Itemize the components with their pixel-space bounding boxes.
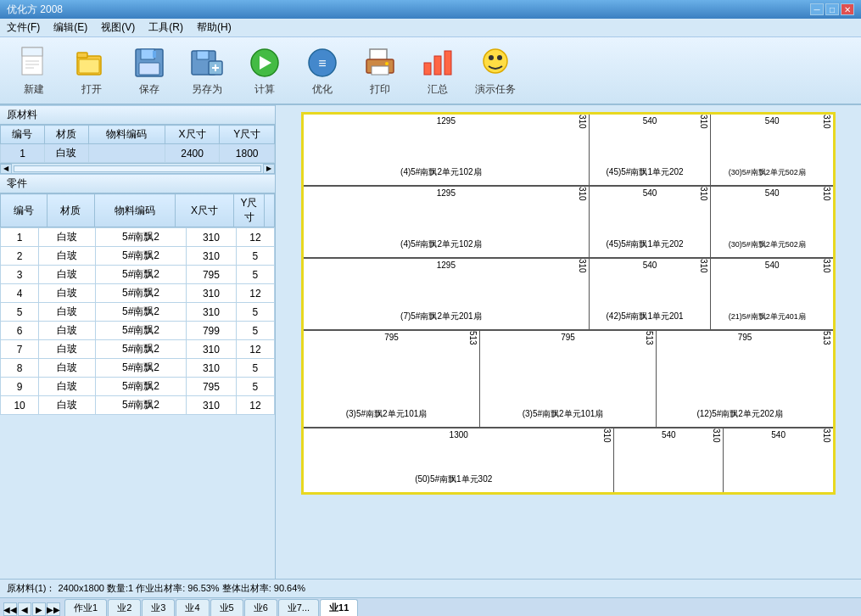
right-panel: 1295 (4)5#南飘2单元102扇 310 540 (45)5#南飘1单元2… — [276, 105, 861, 579]
scroll-left-btn[interactable]: ◀ — [0, 164, 12, 174]
scroll-right-btn[interactable]: ▶ — [263, 164, 275, 174]
print-button[interactable]: 打印 — [353, 41, 407, 100]
svg-rect-10 — [139, 63, 159, 75]
summary-label: 汇总 — [428, 82, 448, 97]
maximize-button[interactable]: □ — [825, 3, 839, 15]
materials-table: 编号 材质 物料编码 X尺寸 Y尺寸 1 白玻 2400 1800 — [0, 125, 275, 163]
mat-col-x: X尺寸 — [165, 126, 220, 144]
part-col-y: Y尺寸 — [234, 194, 265, 227]
cut-cell: 540 (30)5#南飘2单元502扇 310 — [711, 115, 833, 185]
svg-rect-1 — [22, 48, 42, 56]
cut-cell: 540 310 — [614, 428, 724, 492]
save-label: 保存 — [139, 82, 159, 97]
svg-rect-13 — [197, 51, 209, 59]
minimize-button[interactable]: ─ — [810, 3, 824, 15]
table-row[interactable]: 1 白玻 5#南飘2 310 12 — [1, 228, 275, 247]
cut-row: 1300 (50)5#南飘1单元302 310 540 310 540 310 — [304, 428, 833, 492]
table-row[interactable]: 8 白玻 5#南飘2 310 5 — [1, 359, 275, 378]
demo-label: 演示任务 — [475, 82, 516, 97]
menu-tools[interactable]: 工具(R) — [145, 19, 187, 36]
svg-rect-23 — [372, 66, 389, 75]
cut-cell: 540 (42)5#南飘1单元201 310 — [590, 259, 712, 329]
part-col-x: X尺寸 — [176, 194, 234, 227]
menu-bar: 文件(F) 编辑(E) 视图(V) 工具(R) 帮助(H) — [0, 19, 861, 37]
cut-cell: 795 (12)5#南飘2单元202扇 513 — [657, 331, 833, 427]
tab-job1[interactable]: 作业1 — [64, 599, 107, 616]
materials-header: 原材料 — [0, 105, 275, 125]
cut-cell: 795 (3)5#南飘2单元101扇 513 — [304, 331, 480, 427]
tab-job6[interactable]: 业6 — [244, 599, 277, 616]
saveas-icon — [189, 45, 225, 81]
table-row[interactable]: 2 白玻 5#南飘2 310 5 — [1, 247, 275, 266]
close-button[interactable]: ✕ — [841, 3, 854, 15]
window-controls: ─ □ ✕ — [810, 3, 854, 15]
table-row[interactable]: 7 白玻 5#南飘2 310 12 — [1, 340, 275, 359]
cut-cell: 795 (3)5#南飘2单元101扇 513 — [480, 331, 657, 427]
menu-file[interactable]: 文件(F) — [3, 19, 43, 36]
left-panel: 原材料 编号 材质 物料编码 X尺寸 Y尺寸 1 白玻 — [0, 105, 276, 579]
parts-table-header: 编号 材质 物料编码 X尺寸 Y尺寸 — [0, 193, 275, 227]
svg-rect-9 — [141, 49, 154, 59]
part-col-material: 材质 — [48, 194, 94, 227]
print-icon — [362, 45, 398, 81]
materials-scrollbar[interactable]: ◀ ▶ — [0, 163, 275, 173]
table-row[interactable]: 3 白玻 5#南飘2 795 5 — [1, 266, 275, 284]
optimize-button[interactable]: ≡ 优化 — [295, 41, 349, 100]
tab-forward-btn[interactable]: ▶ — [32, 602, 46, 616]
demo-button[interactable]: 演示任务 — [468, 41, 523, 100]
status-text: 原材料(1)： 2400x1800 数量:1 作业出材率: 96.53% 整体出… — [7, 582, 305, 595]
materials-section: 原材料 编号 材质 物料编码 X尺寸 Y尺寸 1 白玻 — [0, 105, 275, 174]
open-button[interactable]: 打开 — [64, 41, 119, 100]
svg-rect-25 — [424, 63, 431, 75]
table-row[interactable]: 10 白玻 5#南飘2 310 12 — [1, 396, 275, 415]
svg-rect-11 — [153, 51, 156, 58]
parts-section: 零件 编号 材质 物料编码 X尺寸 Y尺寸 1 — [0, 174, 275, 579]
tab-job11[interactable]: 业11 — [320, 599, 358, 616]
print-label: 打印 — [370, 82, 390, 97]
menu-view[interactable]: 视图(V) — [98, 19, 138, 36]
calc-button[interactable]: 计算 — [238, 41, 292, 100]
cut-cell: 540 310 — [724, 428, 833, 492]
table-row[interactable]: 4 白玻 5#南飘2 310 12 — [1, 284, 275, 303]
open-label: 打开 — [81, 82, 102, 97]
summary-button[interactable]: 汇总 — [411, 41, 465, 100]
cut-row: 795 (3)5#南飘2单元101扇 513 795 (3)5#南飘2单元101… — [304, 331, 833, 428]
tab-prev-btn[interactable]: ◀◀ — [3, 602, 17, 616]
optimize-label: 优化 — [312, 82, 333, 97]
status-bar: 原材料(1)： 2400x1800 数量:1 作业出材率: 96.53% 整体出… — [0, 579, 861, 597]
app-title: 优化方 2008 — [7, 3, 63, 17]
tab-job7[interactable]: 业7... — [278, 599, 319, 616]
cut-cell: 540 (30)5#南飘2单元502扇 310 — [711, 187, 833, 257]
optimize-icon: ≡ — [305, 45, 340, 81]
saveas-label: 另存为 — [192, 82, 222, 97]
cutting-diagram: 1295 (4)5#南飘2单元102扇 310 540 (45)5#南飘1单元2… — [301, 112, 836, 495]
saveas-button[interactable]: 另存为 — [180, 41, 234, 100]
part-col-id: 编号 — [1, 194, 48, 227]
table-row[interactable]: 5 白玻 5#南飘2 310 5 — [1, 303, 275, 322]
save-button[interactable]: 保存 — [122, 41, 176, 100]
tab-job2[interactable]: 业2 — [108, 599, 141, 616]
new-icon — [16, 45, 52, 81]
scroll-track[interactable] — [14, 165, 261, 172]
table-row[interactable]: 6 白玻 5#南飘2 799 5 — [1, 322, 275, 340]
tab-back-btn[interactable]: ◀ — [18, 602, 31, 616]
summary-icon — [420, 45, 456, 81]
tab-job5[interactable]: 业5 — [210, 599, 243, 616]
svg-point-30 — [497, 55, 502, 60]
tabs-bar: ◀◀ ◀ ▶ ▶▶ 作业1 业2 业3 业4 业5 业6 业7... 业11 — [0, 597, 861, 616]
table-row[interactable]: 1 白玻 2400 1800 — [1, 144, 275, 163]
tab-nav: ◀◀ ◀ ▶ ▶▶ — [3, 602, 60, 616]
parts-table-scroll[interactable]: 1 白玻 5#南飘2 310 12 2 白玻 5#南飘2 310 5 3 白玻 … — [0, 227, 275, 579]
new-button[interactable]: 新建 — [7, 41, 61, 100]
mat-col-code: 物料编码 — [88, 126, 165, 144]
table-row[interactable]: 9 白玻 5#南飘2 795 5 — [1, 378, 275, 396]
open-icon — [74, 45, 109, 81]
toolbar: 新建 打开 保存 — [0, 37, 861, 105]
tab-job4[interactable]: 业4 — [176, 599, 209, 616]
cut-cell: 540 (45)5#南飘1单元202 310 — [590, 115, 712, 185]
tab-job3[interactable]: 业3 — [142, 599, 175, 616]
svg-point-29 — [489, 55, 494, 60]
tab-last-btn[interactable]: ▶▶ — [47, 602, 60, 616]
menu-edit[interactable]: 编辑(E) — [50, 19, 91, 36]
menu-help[interactable]: 帮助(H) — [193, 19, 235, 36]
